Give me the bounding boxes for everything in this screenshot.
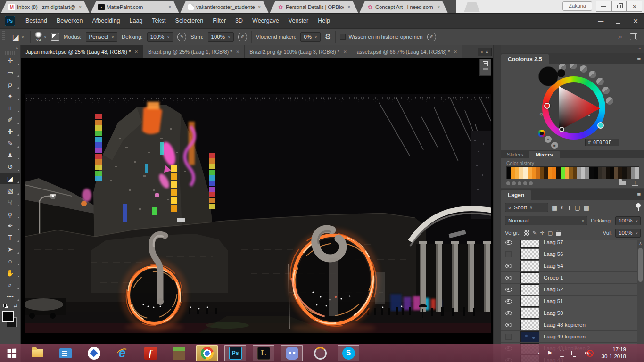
layer-row[interactable]: Laag 56 [501, 248, 638, 260]
taskbar-icon-discord[interactable] [281, 345, 303, 361]
menu-item[interactable]: Bewerken [52, 14, 88, 28]
eye-icon[interactable] [505, 311, 512, 315]
type-tool[interactable]: T [0, 231, 20, 243]
scroll-up-icon[interactable]: ∧ [637, 240, 644, 246]
eye-icon[interactable] [505, 240, 512, 245]
gear-icon[interactable]: ⚙ [325, 33, 331, 41]
color-swatch[interactable] [548, 167, 553, 179]
color-swatch[interactable] [523, 167, 528, 179]
layer-row[interactable]: Laag 49 kopiëren [501, 331, 638, 343]
clone-stamp-tool[interactable]: ♟ [0, 149, 20, 161]
color-swatch[interactable] [552, 167, 556, 179]
menu-item[interactable]: Afbeelding [87, 14, 124, 28]
color-swatch[interactable] [577, 167, 581, 179]
color-swatch[interactable] [631, 167, 635, 179]
coolorus-panel-tab[interactable]: Coolorus 2.5 [501, 54, 549, 64]
panel-menu-icon[interactable]: ≡ [637, 55, 641, 62]
background-color-ball[interactable] [557, 69, 565, 77]
zoom-tool[interactable]: ⌕ [0, 279, 20, 290]
layer-thumbnail[interactable] [520, 296, 539, 307]
color-swatch[interactable] [598, 167, 602, 179]
menu-item[interactable]: Laag [125, 14, 148, 28]
panel-collapse-chip[interactable]: »✕ [478, 48, 492, 56]
color-swatch[interactable] [540, 167, 544, 179]
taskbar-icon-minecraft[interactable] [168, 345, 190, 361]
color-swatch[interactable] [556, 167, 561, 179]
dock-divider[interactable] [494, 45, 501, 362]
layer-thumbnail[interactable] [520, 308, 539, 319]
brightness-icon[interactable]: ☼ [539, 111, 544, 116]
document-tab[interactable]: Brazil.png @ 25% (Laag 1, RGB/8) * ✕ [143, 45, 245, 58]
action-center-icon[interactable]: ⚑ [547, 350, 553, 357]
layer-row[interactable]: Laag 50 [501, 307, 638, 319]
color-swatch[interactable] [565, 167, 569, 179]
taskbar-icon-overwatch[interactable] [309, 345, 331, 361]
save-palette-icon[interactable]: ↓ [632, 180, 638, 186]
pressure-opacity-icon[interactable]: ✎ [177, 33, 186, 41]
taskbar-icon-drawboard[interactable] [83, 345, 105, 361]
canvas-pasteboard[interactable] [21, 58, 493, 362]
layer-name[interactable]: Laag 48 kopiëren [544, 322, 586, 328]
visibility-cell[interactable] [501, 272, 516, 283]
layer-name[interactable]: Laag 51 [544, 298, 563, 304]
layer-thumbnail[interactable] [520, 320, 539, 330]
menu-item[interactable]: Weergave [248, 14, 284, 28]
color-wheel[interactable] [542, 76, 605, 140]
swap-colors-icon[interactable]: ⇄ [14, 303, 17, 308]
collapsed-panel-button[interactable] [479, 59, 491, 76]
tab-mixers[interactable]: Mixers [529, 151, 559, 158]
browser-tab[interactable]: Concept Art - I need som ✕ [359, 1, 448, 13]
filter-type-layers-icon[interactable]: T [568, 205, 571, 211]
tab-close-icon[interactable]: ✕ [167, 4, 173, 10]
quick-selection-tool[interactable]: ✦ [0, 90, 20, 102]
blend-mode-select[interactable]: Penseel∨ [86, 32, 117, 42]
color-swatch[interactable] [519, 167, 523, 179]
color-swatch[interactable] [622, 167, 627, 179]
document-close-icon[interactable]: ✕ [454, 49, 457, 54]
layer-thumbnail[interactable] [520, 240, 539, 248]
wheel-option-button[interactable] [589, 71, 596, 78]
layer-thumbnail[interactable] [520, 272, 539, 283]
layer-name[interactable]: Laag 56 [544, 251, 563, 257]
hex-value-field[interactable]: # 0F0F0F [585, 139, 619, 146]
airbrush-icon[interactable]: ✐ [238, 33, 247, 41]
menu-item[interactable]: Filter [208, 14, 231, 28]
layer-name[interactable]: Laag 49 kopiëren [544, 334, 586, 339]
eye-icon[interactable] [505, 251, 512, 257]
smudge-tool[interactable]: ☟ [0, 196, 20, 208]
layer-thumbnail[interactable] [520, 261, 539, 272]
document-tab[interactable]: Japan market.psd @ 25% (Laag 48, RGB/8) … [21, 45, 143, 58]
flow-select[interactable]: 100%∨ [208, 32, 234, 42]
layer-name[interactable]: Laag 54 [544, 263, 563, 269]
layer-filter-select[interactable]: ⌕Soort∨ [505, 203, 548, 212]
color-swatch[interactable] [589, 167, 594, 179]
visibility-cell[interactable] [501, 260, 516, 272]
pressure-size-icon[interactable]: ✐ [427, 33, 436, 41]
edit-toolbar-button[interactable]: ••• [0, 290, 20, 302]
menu-item[interactable]: Tekst [147, 14, 170, 28]
eye-icon[interactable] [505, 264, 512, 268]
visibility-cell[interactable] [501, 248, 516, 260]
visibility-cell[interactable] [501, 307, 516, 319]
hue-marker[interactable] [544, 103, 550, 109]
pen-tool[interactable]: ✒ [0, 220, 20, 231]
color-swatch[interactable] [532, 167, 536, 179]
taskbar-icon-internet-explorer[interactable] [111, 345, 133, 361]
menu-item[interactable]: Help [313, 14, 335, 28]
layer-row[interactable]: Laag 51 [501, 296, 638, 307]
eye-icon[interactable] [505, 323, 512, 327]
filter-toggle[interactable] [636, 203, 641, 211]
show-desktop-button[interactable] [637, 344, 639, 362]
opacity-select[interactable]: 100%∨ [147, 32, 173, 42]
options-grip-handle[interactable] [2, 31, 5, 42]
browser-minimize-button[interactable] [596, 1, 611, 12]
wheel-option-button[interactable] [580, 65, 587, 73]
color-swatch[interactable] [618, 167, 622, 179]
color-swatch[interactable] [585, 167, 589, 179]
color-swatch[interactable] [610, 167, 614, 179]
visibility-cell[interactable] [501, 319, 516, 330]
eyedropper-tool[interactable]: ✐ [0, 114, 20, 125]
wheel-option-button[interactable] [606, 97, 613, 105]
color-swatch[interactable] [511, 167, 515, 179]
taskbar-icon-league-of-legends[interactable] [253, 345, 274, 361]
